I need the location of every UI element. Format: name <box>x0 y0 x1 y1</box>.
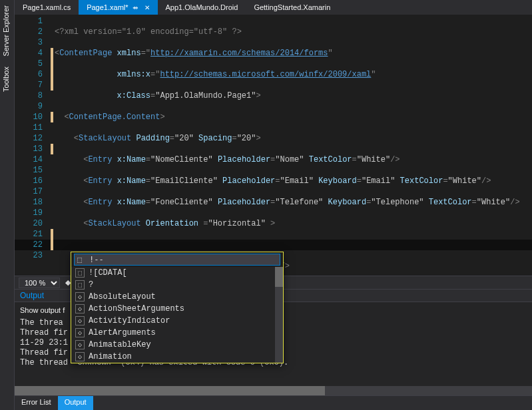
tab-droid[interactable]: App1.OlaMundo.Droid <box>158 0 246 15</box>
tab-error-list[interactable]: Error List <box>15 396 58 410</box>
class-icon: ◇ <box>75 352 85 361</box>
intellisense-input[interactable] <box>89 255 277 264</box>
editor-tabs: Page1.xaml.cs Page1.xaml* ⇴ ✕ App1.OlaMu… <box>15 0 532 15</box>
line-gutter: 1 2 3 4 5 6 7 8 9 10 11 12 13 14 15 16 1… <box>15 15 55 276</box>
class-icon: ◇ <box>75 292 85 302</box>
code-editor[interactable]: 1 2 3 4 5 6 7 8 9 10 11 12 13 14 15 16 1… <box>15 15 532 276</box>
tab-output[interactable]: Output <box>58 396 93 410</box>
bottom-tabs: Error List Output <box>15 395 532 410</box>
server-explorer-tab[interactable]: Server Explorer <box>0 0 12 61</box>
class-icon: ◇ <box>75 328 85 337</box>
class-icon: ◇ <box>75 304 85 313</box>
intellisense-item[interactable]: ◇AnimatableKey <box>71 339 283 351</box>
intellisense-item[interactable]: ◇ActivityIndicator <box>71 315 283 327</box>
intellisense-item[interactable]: ◇AbsoluteLayout <box>71 291 283 303</box>
class-icon: ◇ <box>75 316 85 325</box>
zoom-select[interactable]: 100 % <box>19 278 60 288</box>
code-content[interactable]: <?xml version="1.0" encoding="utf-8" ?> … <box>55 15 532 276</box>
intellisense-item[interactable]: ⬚![CDATA[ <box>71 267 283 279</box>
class-icon: ◇ <box>75 340 85 349</box>
intellisense-item[interactable]: ◇Animation <box>71 351 283 363</box>
tab-getting-started[interactable]: GettingStarted.Xamarin <box>246 0 338 15</box>
intellisense-item[interactable]: ◇AlertArguments <box>71 327 283 339</box>
intellisense-item[interactable]: ◇ActionSheetArguments <box>71 303 283 315</box>
snippet-icon: ⬚ <box>75 280 85 290</box>
intellisense-popup: ⬚ ⬚![CDATA[ ⬚? ◇AbsoluteLayout ◇ActionSh… <box>71 252 284 363</box>
intellisense-item[interactable]: ⬚? <box>71 279 283 291</box>
snippet-icon: ⬚ <box>75 268 85 278</box>
show-output-from-label: Show output f <box>20 306 65 314</box>
intellisense-scrollbar[interactable] <box>275 267 283 363</box>
tab-page1-cs[interactable]: Page1.xaml.cs <box>15 0 79 15</box>
output-scrollbar[interactable] <box>15 386 532 395</box>
toolbox-tab[interactable]: Toolbox <box>0 61 12 97</box>
side-tool-tabs: Server Explorer Toolbox <box>0 0 15 410</box>
close-icon[interactable]: ✕ <box>144 4 150 11</box>
tab-page1-xaml[interactable]: Page1.xaml* ⇴ ✕ <box>79 0 157 15</box>
intellisense-filter[interactable]: ⬚ <box>74 254 280 266</box>
xml-tag-icon: ⬚ <box>77 255 87 264</box>
pin-icon[interactable]: ⇴ <box>133 4 138 11</box>
